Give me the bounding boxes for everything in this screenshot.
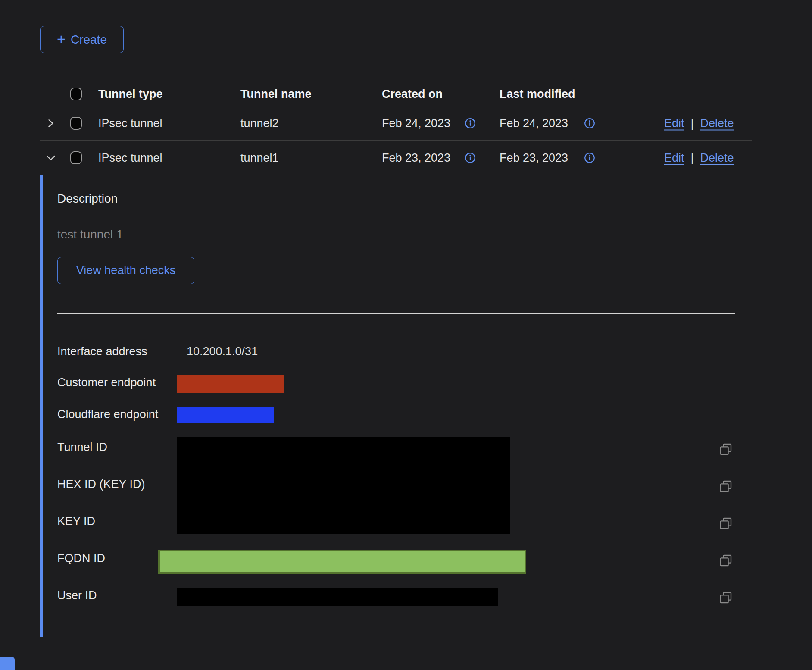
tunnel-type: IPsec tunnel <box>98 151 162 165</box>
view-health-checks-label: View health checks <box>76 264 176 277</box>
chevron-right-icon[interactable] <box>45 118 56 128</box>
edit-link[interactable]: Edit <box>664 151 684 165</box>
ids-redaction <box>177 437 510 534</box>
create-button[interactable]: + Create <box>40 26 124 53</box>
info-icon[interactable] <box>584 118 595 129</box>
copy-icon[interactable] <box>719 479 733 493</box>
view-health-checks-button[interactable]: View health checks <box>57 257 194 284</box>
tunnel-name: tunnel2 <box>240 116 279 130</box>
tunnel-id-label: Tunnel ID <box>57 441 107 454</box>
expanded-accent-bar <box>40 175 43 637</box>
column-last-modified: Last modified <box>500 87 575 100</box>
section-divider <box>57 313 735 314</box>
delete-link[interactable]: Delete <box>700 151 734 165</box>
tunnel-type: IPsec tunnel <box>98 116 162 130</box>
row-checkbox[interactable] <box>70 117 82 130</box>
column-tunnel-type: Tunnel type <box>98 87 163 100</box>
table-header: Tunnel type Tunnel name Created on Last … <box>40 82 752 106</box>
column-created-on: Created on <box>382 87 443 100</box>
row-checkbox[interactable] <box>70 151 82 164</box>
created-on-value: Feb 24, 2023 <box>382 116 450 130</box>
description-value: test tunnel 1 <box>57 228 123 241</box>
cloudflare-endpoint-label: Cloudflare endpoint <box>57 408 158 421</box>
customer-endpoint-redaction <box>177 375 284 393</box>
user-id-label: User ID <box>57 589 97 602</box>
cloudflare-endpoint-redaction <box>177 407 274 423</box>
last-modified-value: Feb 24, 2023 <box>500 116 568 130</box>
copy-icon[interactable] <box>719 517 733 530</box>
action-separator: | <box>691 151 694 165</box>
column-tunnel-name: Tunnel name <box>240 87 312 100</box>
customer-endpoint-label: Customer endpoint <box>57 376 156 389</box>
action-separator: | <box>691 116 694 130</box>
copy-icon[interactable] <box>719 591 733 604</box>
delete-link[interactable]: Delete <box>700 116 734 130</box>
fqdn-id-redaction <box>158 550 526 574</box>
interface-address-value: 10.200.1.0/31 <box>187 345 258 358</box>
table-row: IPsec tunnel tunnel1 Feb 23, 2023 Feb 23… <box>40 141 752 175</box>
create-button-label: Create <box>71 33 107 47</box>
info-icon[interactable] <box>465 152 476 163</box>
table-row: IPsec tunnel tunnel2 Feb 24, 2023 Feb 24… <box>40 106 752 141</box>
edit-link[interactable]: Edit <box>664 116 684 130</box>
fqdn-id-label: FQDN ID <box>57 552 105 565</box>
interface-address-label: Interface address <box>57 345 147 358</box>
created-on-value: Feb 23, 2023 <box>382 151 450 165</box>
tunnels-page: + Create Tunnel type Tunnel name Created… <box>0 0 812 670</box>
copy-icon[interactable] <box>719 554 733 567</box>
select-all-checkbox[interactable] <box>70 88 82 100</box>
copy-icon[interactable] <box>719 442 733 456</box>
hex-id-label: HEX ID (KEY ID) <box>57 478 145 491</box>
bottom-left-accent <box>0 657 15 670</box>
description-label: Description <box>57 192 118 206</box>
tunnel-name: tunnel1 <box>240 151 279 165</box>
chevron-down-icon[interactable] <box>45 152 56 163</box>
plus-icon: + <box>57 31 66 46</box>
info-icon[interactable] <box>584 152 595 163</box>
tunnel-detail-panel: Description test tunnel 1 View health ch… <box>40 175 752 637</box>
info-icon[interactable] <box>465 118 476 129</box>
key-id-label: KEY ID <box>57 515 95 528</box>
last-modified-value: Feb 23, 2023 <box>500 151 568 165</box>
user-id-redaction <box>177 588 498 606</box>
